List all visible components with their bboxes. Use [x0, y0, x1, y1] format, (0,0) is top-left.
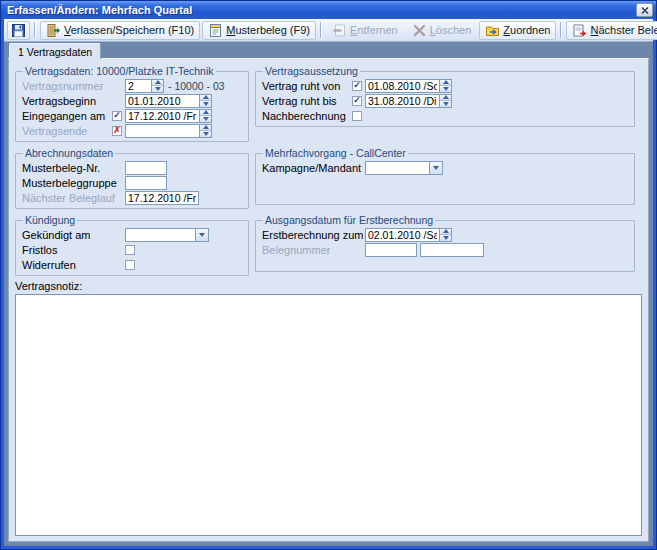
vertrag-ruht-von-spinner [439, 79, 452, 93]
vertrag-ruht-bis-spinner [439, 94, 452, 108]
erstberechnung-zum-spinner [439, 228, 452, 242]
vertragsende-field [125, 124, 212, 138]
belegnummer-input-2[interactable] [420, 243, 484, 257]
eingegangen-am-row: Eingegangen am ✓ [22, 108, 242, 123]
arrow-down-icon [203, 117, 209, 121]
group-vertragsaussetzung-title: Vertragsaussetzung [263, 66, 360, 77]
arrow-down-icon [203, 102, 209, 106]
spin-down-button[interactable] [440, 234, 451, 241]
eingegangen-am-input[interactable] [125, 109, 199, 123]
fristlos-checkbox[interactable] [125, 245, 135, 255]
kampagne-mandant-field [365, 161, 443, 175]
spin-down-button[interactable] [152, 85, 163, 92]
arrow-down-icon [443, 87, 449, 91]
arrow-up-icon [203, 95, 209, 99]
vertrag-ruht-von-input[interactable] [365, 79, 439, 93]
arrow-down-icon [155, 87, 161, 91]
vertragsende-checkbox[interactable]: ✗ [112, 126, 122, 136]
close-button[interactable] [636, 3, 653, 17]
eingegangen-am-checkbox[interactable]: ✓ [112, 111, 122, 121]
arrow-up-icon [443, 95, 449, 99]
group-mehrfachvorgang-title: Mehrfachvorgang - CallCenter [263, 148, 408, 159]
zuordnen-button[interactable]: Zuordnen [479, 21, 556, 40]
vertrag-ruht-von-field [365, 79, 452, 93]
erstberechnung-zum-row: Erstberechnung zum [262, 227, 628, 242]
widerrufen-checkbox[interactable] [125, 260, 135, 270]
naechster-beleglauf-field-label: Nächster Beleglauf [22, 192, 112, 204]
chevron-down-icon [199, 233, 205, 237]
vertragsbeginn-row: Vertragsbeginn [22, 93, 242, 108]
vertragsnummer-input[interactable] [125, 79, 151, 93]
vertragsnummer-row: Vertragsnummer - 10000 - 03 [22, 78, 242, 93]
musterbeleg-button[interactable]: Musterbeleg (F9) [202, 21, 316, 40]
verlassen-speichern-button[interactable]: Verlassen/Speichern (F10) [40, 21, 200, 40]
musterbeleggruppe-row: Musterbeleggruppe [22, 175, 242, 190]
group-vertragsdaten: Vertragsdaten: 10000/Platzke IT-Technik … [15, 66, 249, 142]
app-window: Erfassen/Ändern: Mehrfach Quartal [0, 0, 657, 550]
exit-door-icon [46, 23, 61, 38]
vertragsnotiz-label: Vertragsnotiz: [15, 280, 642, 292]
musterbeleggruppe-field [125, 176, 167, 190]
verlassen-speichern-label: Verlassen/Speichern (F10) [64, 24, 194, 36]
nachberechnung-checkbox[interactable] [352, 111, 362, 121]
musterbeleggruppe-input[interactable] [125, 176, 167, 190]
arrow-up-icon [443, 229, 449, 233]
group-abrechnungsdaten: Abrechnungsdaten Musterbeleg-Nr. Musterb… [15, 148, 249, 209]
group-vertragsaussetzung: Vertragsaussetzung Vertrag ruht von ✓ [255, 66, 635, 127]
gekuendigt-am-field [125, 228, 209, 242]
belegnummer-field-1 [365, 243, 417, 257]
delete-x-icon [412, 23, 427, 38]
arrow-down-icon [443, 236, 449, 240]
checkbox-slot: ✓ [112, 111, 125, 121]
naechster-beleglauf-input[interactable] [125, 191, 199, 205]
kampagne-mandant-dropdown-button[interactable] [429, 161, 443, 175]
belegnummer-field-2 [420, 243, 484, 257]
save-button[interactable] [7, 21, 30, 40]
spin-down-button[interactable] [200, 130, 211, 137]
belegnummer-input-1[interactable] [365, 243, 417, 257]
tab-vertragsdaten[interactable]: 1 Vertragsdaten [9, 43, 101, 59]
form-grid: Vertragsdaten: 10000/Platzke IT-Technik … [15, 66, 642, 276]
arrow-up-icon [203, 110, 209, 114]
gekuendigt-am-label: Gekündigt am [22, 229, 112, 241]
belegnummer-row: Belegnummer [262, 242, 628, 257]
spin-down-button[interactable] [440, 85, 451, 92]
naechster-beleglauf-button[interactable]: Nächster Beleglauf [566, 21, 657, 40]
vertrag-ruht-von-checkbox[interactable]: ✓ [352, 81, 362, 91]
gekuendigt-am-input[interactable] [125, 228, 195, 242]
vertragsbeginn-input[interactable] [125, 94, 199, 108]
widerrufen-row: Widerrufen [22, 257, 242, 272]
zuordnen-label: Zuordnen [503, 24, 550, 36]
group-abrechnungsdaten-title: Abrechnungsdaten [23, 148, 115, 159]
kampagne-mandant-label: Kampagne/Mandant [262, 162, 352, 174]
erstberechnung-zum-input[interactable] [365, 228, 439, 242]
assign-folder-icon [485, 23, 500, 38]
spin-down-button[interactable] [200, 100, 211, 107]
spin-down-button[interactable] [440, 100, 451, 107]
gekuendigt-am-dropdown-button[interactable] [195, 228, 209, 242]
vertragsende-input[interactable] [125, 124, 199, 138]
toolbar-separator [320, 22, 322, 38]
checkbox-slot [352, 111, 365, 121]
vertrag-ruht-bis-checkbox[interactable]: ✓ [352, 96, 362, 106]
group-mehrfachvorgang-callcenter: Mehrfachvorgang - CallCenter Kampagne/Ma… [255, 148, 635, 205]
remove-icon [332, 23, 347, 38]
vertrag-ruht-bis-input[interactable] [365, 94, 439, 108]
loeschen-label: Löschen [430, 24, 472, 36]
titlebar: Erfassen/Ändern: Mehrfach Quartal [1, 1, 656, 19]
naechster-beleglauf-row: Nächster Beleglauf [22, 190, 242, 205]
vertragsnotiz-textarea[interactable] [15, 294, 642, 536]
chevron-down-icon [433, 166, 439, 170]
vertragsnummer-spinner [151, 79, 164, 93]
musterbeleg-nr-label: Musterbeleg-Nr. [22, 162, 112, 174]
tab-label: 1 Vertragsdaten [18, 46, 92, 58]
musterbeleg-nr-input[interactable] [125, 161, 167, 175]
kampagne-mandant-input[interactable] [365, 161, 429, 175]
eingegangen-am-label: Eingegangen am [22, 110, 112, 122]
musterbeleg-nr-field [125, 161, 167, 175]
naechster-beleglauf-field [125, 191, 199, 205]
spin-down-button[interactable] [200, 115, 211, 122]
kampagne-mandant-row: Kampagne/Mandant [262, 160, 628, 175]
vertragsnummer-suffix: - 10000 - 03 [168, 80, 225, 92]
vertrag-ruht-von-row: Vertrag ruht von ✓ [262, 78, 628, 93]
